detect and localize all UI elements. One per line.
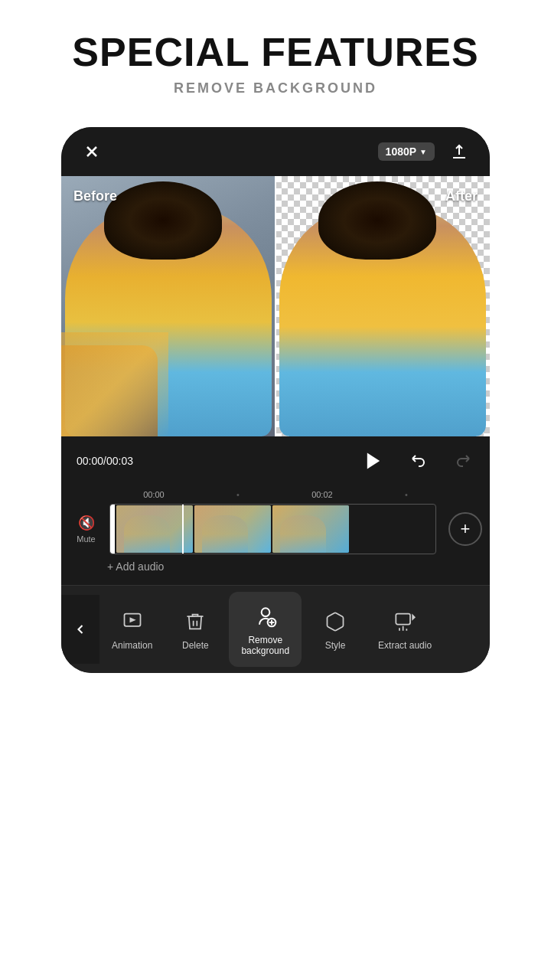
play-button[interactable] xyxy=(358,446,389,476)
delete-label: Delete xyxy=(182,640,209,651)
after-frame xyxy=(276,176,490,436)
tool-animation[interactable]: Animation xyxy=(99,597,165,662)
clip-thumbnail-1[interactable] xyxy=(116,505,193,553)
header-section: SPECIAL FEATURES REMOVE BACKGROUND xyxy=(0,0,551,112)
video-preview: Before After xyxy=(61,176,490,436)
time-display: 00:00/00:03 xyxy=(77,455,133,467)
svg-marker-4 xyxy=(129,617,135,622)
animation-label: Animation xyxy=(112,640,152,651)
back-button[interactable] xyxy=(61,595,99,664)
mute-icon: 🔇 xyxy=(78,514,95,531)
after-label: After xyxy=(445,188,478,204)
mute-button[interactable]: 🔇 Mute xyxy=(69,514,103,544)
style-icon xyxy=(321,608,349,635)
before-frame xyxy=(61,176,276,436)
ruler-time-1: 00:02 xyxy=(311,490,333,499)
svg-marker-10 xyxy=(412,614,416,621)
clip-track xyxy=(109,504,436,554)
mute-label: Mute xyxy=(77,534,95,544)
control-buttons xyxy=(358,446,474,476)
remove-bg-label: Removebackground xyxy=(241,635,289,656)
page-subtitle: REMOVE BACKGROUND xyxy=(15,80,536,96)
timeline-ruler: 00:00 • 00:02 • xyxy=(61,485,490,504)
clip-thumbnail-2[interactable] xyxy=(194,505,271,553)
split-divider xyxy=(275,176,276,436)
delete-icon xyxy=(181,608,209,635)
add-audio-button[interactable]: + Add audio xyxy=(61,554,490,579)
toolbar-items: Animation Delete xyxy=(99,586,490,673)
quality-selector[interactable]: 1080P ▼ xyxy=(378,142,435,161)
undo-button[interactable] xyxy=(407,449,432,473)
style-label: Style xyxy=(325,640,346,651)
before-label: Before xyxy=(73,188,117,204)
quality-dropdown-icon: ▼ xyxy=(419,148,427,156)
svg-rect-9 xyxy=(396,614,410,625)
trim-left xyxy=(110,505,115,554)
bottom-toolbar: Animation Delete xyxy=(61,585,490,673)
tool-delete[interactable]: Delete xyxy=(165,597,226,662)
phone-frame: 1080P ▼ xyxy=(61,127,490,673)
tool-extract-audio[interactable]: Extract audio xyxy=(366,597,444,662)
svg-marker-2 xyxy=(367,453,380,469)
add-clip-button[interactable]: + xyxy=(448,512,482,546)
tool-remove-background[interactable]: Removebackground xyxy=(229,592,302,667)
close-button[interactable] xyxy=(80,139,104,164)
clip-thumbnail-3[interactable] xyxy=(272,505,349,553)
add-audio-label: + Add audio xyxy=(107,560,164,573)
top-bar-right: 1080P ▼ xyxy=(378,139,471,164)
top-bar: 1080P ▼ xyxy=(61,127,490,176)
svg-point-5 xyxy=(261,609,269,617)
tool-style[interactable]: Style xyxy=(305,597,366,662)
ruler-dot-1: • xyxy=(236,490,240,499)
ruler-time-0: 00:00 xyxy=(143,490,165,499)
extract-audio-icon xyxy=(391,608,419,635)
playhead xyxy=(182,505,184,554)
export-button[interactable] xyxy=(447,139,471,164)
animation-icon xyxy=(119,608,146,635)
remove-bg-icon xyxy=(252,603,279,630)
controls-bar: 00:00/00:03 xyxy=(61,436,490,485)
timeline-track: 🔇 Mute + xyxy=(61,504,490,554)
extract-audio-label: Extract audio xyxy=(378,640,432,651)
timeline-section: 00:00 • 00:02 • 🔇 Mute xyxy=(61,485,490,585)
page-title: SPECIAL FEATURES xyxy=(15,31,536,74)
quality-label: 1080P xyxy=(386,145,416,158)
redo-button[interactable] xyxy=(450,449,474,473)
ruler-dot-2: • xyxy=(405,490,408,499)
